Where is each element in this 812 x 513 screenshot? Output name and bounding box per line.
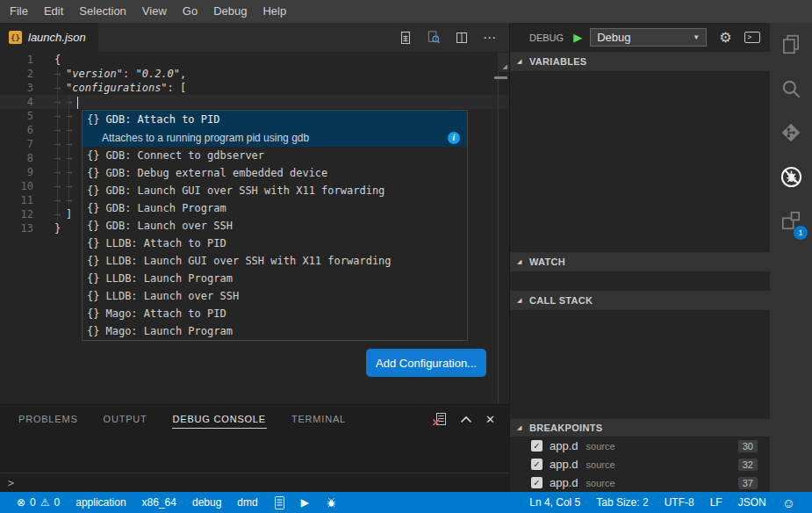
line-number[interactable]: 9: [0, 165, 33, 179]
activity-extensions-icon[interactable]: 1: [770, 199, 812, 242]
line-number[interactable]: 1: [0, 53, 33, 67]
suggest-item-selected[interactable]: {}GDB: Attach to PID Attaches to a runni…: [83, 111, 467, 147]
snippet-braces-icon: {}: [87, 182, 99, 199]
status-encoding[interactable]: UTF-8: [657, 496, 702, 509]
line-number[interactable]: 11: [0, 193, 33, 207]
tab-launch-json[interactable]: {} launch.json: [0, 23, 98, 52]
more-actions-icon[interactable]: ⋯: [483, 30, 497, 46]
whitespace-arrow-icon: [54, 207, 66, 221]
info-icon[interactable]: i: [448, 132, 460, 144]
suggest-item[interactable]: {}GDB: Launch Program: [83, 199, 467, 217]
suggest-item[interactable]: {}GDB: Debug external embedded device: [83, 164, 467, 182]
clear-console-icon[interactable]: [432, 412, 447, 427]
status-compiler[interactable]: dmd: [229, 496, 265, 509]
menu-selection[interactable]: Selection: [71, 0, 133, 23]
tab-debug-console[interactable]: DEBUG CONSOLE: [172, 410, 267, 429]
problems-status[interactable]: ⊗ 0 ⚠ 0: [9, 496, 68, 509]
debug-console-toggle-icon[interactable]: >: [744, 32, 760, 43]
whitespace-arrow-icon: [54, 137, 66, 151]
menu-go[interactable]: Go: [175, 0, 205, 23]
status-debug-bug-icon[interactable]: [317, 496, 346, 509]
line-number[interactable]: 12: [0, 207, 33, 221]
status-config[interactable]: debug: [184, 496, 229, 509]
breakpoint-checkbox[interactable]: ✓: [531, 459, 543, 470]
document-outline-icon[interactable]: [399, 31, 413, 45]
debug-console-input[interactable]: >: [0, 473, 509, 492]
menu-edit[interactable]: Edit: [36, 0, 71, 23]
tab-problems[interactable]: PROBLEMS: [18, 410, 79, 428]
maximize-panel-icon[interactable]: [460, 415, 472, 423]
breakpoint-row[interactable]: ✓ app.d source 32: [510, 455, 770, 473]
suggest-item[interactable]: {}LLDB: Attach to PID: [83, 235, 467, 252]
split-editor-icon[interactable]: [455, 31, 469, 45]
suggest-item[interactable]: {}LLDB: Launch over SSH: [83, 287, 467, 305]
breakpoint-row[interactable]: ✓ app.d source 30: [510, 437, 770, 455]
menu-bar: File Edit Selection View Go Debug Help: [0, 0, 812, 23]
breakpoint-row[interactable]: ✓ app.d source 37: [510, 473, 770, 492]
status-tab-size[interactable]: Tab Size: 2: [588, 496, 656, 509]
line-number[interactable]: 2: [0, 67, 33, 81]
whitespace-arrow-icon: [54, 193, 66, 207]
section-variables[interactable]: ◢ VARIABLES: [510, 52, 770, 71]
whitespace-arrow-icon: [66, 95, 77, 109]
suggest-item[interactable]: {}GDB: Connect to gdbserver: [83, 147, 467, 164]
configure-gear-icon[interactable]: ⚙: [719, 29, 731, 46]
suggest-item[interactable]: {}Mago: Launch Program: [83, 322, 467, 340]
section-watch[interactable]: ◢ WATCH: [510, 252, 770, 271]
line-number[interactable]: 8: [0, 151, 33, 165]
suggest-item[interactable]: {}GDB: Launch GUI over SSH with X11 forw…: [83, 182, 467, 199]
warning-icon: ⚠: [40, 497, 50, 508]
suggest-item[interactable]: {}GDB: Launch over SSH: [83, 217, 467, 235]
status-cursor-position[interactable]: Ln 4, Col 5: [521, 496, 588, 509]
debug-console-output[interactable]: [0, 433, 509, 473]
breakpoint-checkbox[interactable]: ✓: [531, 440, 543, 452]
suggest-item[interactable]: {}Mago: Attach to PID: [83, 305, 467, 322]
status-language-mode[interactable]: JSON: [730, 496, 774, 509]
start-debug-icon[interactable]: ▶: [573, 31, 582, 44]
activity-search-icon[interactable]: [770, 67, 812, 111]
status-document-icon[interactable]: [266, 496, 293, 509]
feedback-smiley-icon[interactable]: ☺: [774, 495, 803, 510]
add-configuration-button[interactable]: Add Configuration...: [366, 349, 486, 377]
status-run-icon[interactable]: ▶: [293, 497, 317, 508]
line-number[interactable]: 6: [0, 123, 33, 137]
snippet-braces-icon: {}: [87, 235, 99, 252]
watch-content: [510, 271, 770, 291]
line-number[interactable]: 13: [0, 221, 33, 235]
dropdown-arrow-icon: ▼: [693, 33, 700, 41]
line-number[interactable]: 10: [0, 179, 33, 193]
activity-explorer-icon[interactable]: [770, 23, 812, 67]
line-number[interactable]: 4: [0, 95, 33, 109]
suggest-item[interactable]: {}LLDB: Launch Program: [83, 270, 467, 287]
section-breakpoints[interactable]: ◢ BREAKPOINTS: [510, 419, 770, 437]
close-panel-icon[interactable]: ✕: [485, 413, 495, 426]
menu-file[interactable]: File: [2, 0, 36, 23]
indent-guide: [57, 67, 58, 221]
line-number[interactable]: 7: [0, 137, 33, 151]
whitespace-arrow-icon: [66, 123, 77, 137]
call-stack-content: [510, 310, 770, 419]
line-number[interactable]: 3: [0, 81, 33, 95]
activity-source-control-icon[interactable]: [770, 111, 812, 155]
menu-help[interactable]: Help: [255, 0, 294, 23]
section-call-stack[interactable]: ◢ CALL STACK: [510, 291, 770, 310]
open-preview-icon[interactable]: [427, 31, 441, 45]
menu-debug[interactable]: Debug: [205, 0, 255, 23]
tab-terminal[interactable]: TERMINAL: [291, 410, 347, 428]
status-arch[interactable]: x86_64: [134, 496, 184, 509]
text-cursor: [77, 97, 78, 109]
twisty-icon: ◢: [517, 58, 529, 65]
debug-toolbar: DEBUG ▶ Debug ▼ ⚙ >: [510, 23, 770, 52]
suggest-item[interactable]: {}LLDB: Launch GUI over SSH with X11 for…: [83, 252, 467, 270]
code-line: 2"version": "0.2.0",: [0, 67, 509, 81]
breakpoint-checkbox[interactable]: ✓: [531, 477, 543, 488]
code-editor[interactable]: 1{ 2"version": "0.2.0", 3"configurations…: [0, 52, 509, 404]
debug-config-dropdown[interactable]: Debug ▼: [590, 28, 707, 47]
menu-view[interactable]: View: [134, 0, 175, 23]
status-build-type[interactable]: application: [68, 496, 133, 509]
status-eol[interactable]: LF: [702, 496, 730, 509]
activity-debug-icon[interactable]: [770, 155, 812, 199]
line-number[interactable]: 5: [0, 109, 33, 123]
whitespace-arrow-icon: [54, 109, 66, 123]
tab-output[interactable]: OUTPUT: [103, 410, 148, 428]
